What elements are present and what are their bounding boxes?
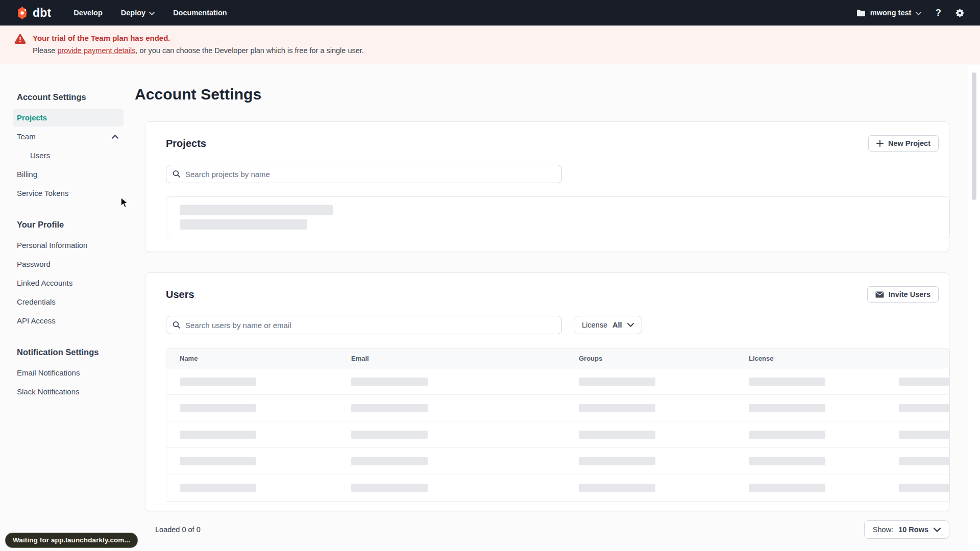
top-nav: dbt Develop Deploy Documentation mwong t… — [0, 0, 980, 26]
skeleton-bar — [749, 431, 825, 439]
license-filter[interactable]: License All — [574, 316, 642, 334]
trial-banner: Your trial of the Team plan has ended. P… — [0, 26, 980, 64]
license-filter-value: All — [612, 321, 622, 329]
skeleton-bar — [579, 431, 655, 439]
sidebar-item-billing[interactable]: Billing — [13, 165, 124, 183]
skeleton-bar — [579, 378, 655, 386]
new-project-button[interactable]: New Project — [868, 135, 939, 152]
nav-deploy[interactable]: Deploy — [121, 9, 155, 17]
banner-body: Please provide payment details, or you c… — [33, 46, 364, 56]
brand-text: dbt — [33, 6, 51, 20]
table-row — [166, 395, 949, 421]
nav-develop-label: Develop — [74, 9, 102, 17]
folder-icon — [856, 9, 866, 17]
column-header-license: License — [736, 349, 886, 368]
help-button[interactable]: ? — [935, 7, 941, 18]
skeleton-bar — [351, 431, 428, 439]
sidebar-item-label: Slack Notifications — [17, 387, 80, 396]
sidebar-item-team[interactable]: Team — [13, 128, 124, 145]
column-header-groups: Groups — [566, 349, 736, 368]
projects-card-title: Projects — [166, 138, 206, 149]
sidebar-item-label: API Access — [17, 316, 56, 325]
skeleton-bar — [749, 378, 825, 386]
nav-documentation[interactable]: Documentation — [173, 9, 227, 17]
banner-text: Your trial of the Team plan has ended. P… — [33, 33, 364, 56]
nav-deploy-label: Deploy — [121, 9, 145, 17]
skeleton-bar — [899, 457, 949, 465]
table-row — [166, 368, 949, 395]
skeleton-bar — [180, 431, 256, 439]
sidebar-item-service-tokens[interactable]: Service Tokens — [13, 184, 124, 202]
table-row — [166, 474, 949, 501]
skeleton-bar — [351, 457, 428, 465]
plus-icon — [876, 140, 884, 147]
payment-details-link[interactable]: provide payment details — [57, 46, 135, 55]
chevron-down-icon — [934, 528, 941, 532]
skeleton-bar — [579, 404, 655, 412]
sidebar-item-password[interactable]: Password — [13, 255, 124, 273]
nav-develop[interactable]: Develop — [74, 9, 102, 17]
sidebar-item-credentials[interactable]: Credentials — [13, 293, 124, 311]
sidebar-item-label: Team — [17, 132, 36, 141]
new-project-label: New Project — [888, 139, 930, 147]
sidebar-item-slack-notifications[interactable]: Slack Notifications — [13, 383, 124, 400]
dbt-logo[interactable]: dbt — [15, 6, 51, 20]
sidebar-item-users[interactable]: Users — [13, 146, 124, 164]
settings-sidebar: Account Settings Projects Team Users Bil… — [0, 64, 135, 550]
search-icon — [173, 170, 181, 178]
table-row — [166, 421, 949, 448]
scrollbar[interactable] — [968, 65, 980, 551]
rows-per-page-button[interactable]: Show: 10 Rows — [864, 520, 949, 539]
invite-users-button[interactable]: Invite Users — [867, 286, 939, 303]
users-searchbox — [166, 316, 562, 334]
sidebar-item-api-access[interactable]: API Access — [13, 312, 124, 330]
users-table-header: Name Email Groups License — [166, 349, 949, 368]
users-card: Users Invite Users License All — [145, 272, 949, 511]
skeleton-bar — [579, 457, 655, 465]
table-row — [166, 448, 949, 474]
skeleton-bar — [749, 457, 825, 465]
sidebar-item-label: Personal Information — [17, 241, 87, 249]
skeleton-bar — [899, 404, 949, 412]
column-header-name: Name — [166, 349, 338, 368]
invite-users-label: Invite Users — [889, 290, 930, 298]
skeleton-bar — [899, 378, 949, 386]
skeleton-bar — [579, 484, 655, 492]
skeleton-bar — [899, 431, 949, 439]
scrollbar-thumb[interactable] — [972, 72, 976, 200]
loaded-count: Loaded 0 of 0 — [155, 525, 201, 534]
sidebar-item-linked-accounts[interactable]: Linked Accounts — [13, 274, 124, 292]
projects-search-input[interactable] — [185, 170, 555, 179]
question-mark-icon: ? — [935, 7, 941, 18]
skeleton-bar — [899, 484, 949, 492]
warning-triangle-icon — [14, 34, 26, 44]
users-table-footer: Loaded 0 of 0 Show: 10 Rows — [145, 520, 949, 539]
users-table: Name Email Groups License — [166, 348, 950, 502]
envelope-icon — [875, 291, 884, 298]
rows-per-page-value: 10 Rows — [898, 525, 928, 534]
skeleton-bar — [749, 484, 825, 492]
sidebar-item-email-notifications[interactable]: Email Notifications — [13, 364, 124, 382]
sidebar-item-projects[interactable]: Projects — [13, 109, 124, 127]
caret-down-icon — [149, 9, 155, 17]
projects-card: Projects New Project — [145, 121, 949, 252]
account-switcher[interactable]: mwong test — [856, 9, 922, 17]
skeleton-bar — [351, 378, 428, 386]
primary-nav: Develop Deploy Documentation — [74, 9, 227, 17]
skeleton-bar — [180, 457, 256, 465]
sidebar-item-label: Credentials — [17, 297, 56, 306]
settings-button[interactable] — [955, 8, 965, 18]
skeleton-bar — [180, 404, 256, 412]
banner-body-prefix: Please — [33, 46, 57, 55]
users-search-input[interactable] — [185, 321, 555, 330]
sidebar-item-personal-information[interactable]: Personal Information — [13, 236, 124, 254]
chevron-up-icon — [112, 135, 118, 139]
skeleton-bar — [749, 404, 825, 412]
projects-loading-skeleton — [166, 196, 950, 238]
page-title: Account Settings — [135, 86, 951, 103]
account-name: mwong test — [870, 9, 912, 17]
skeleton-bar — [180, 378, 256, 386]
rows-per-page-label: Show: — [873, 525, 893, 534]
sidebar-heading-notification-settings: Notification Settings — [17, 343, 124, 362]
projects-searchbox — [166, 165, 562, 183]
